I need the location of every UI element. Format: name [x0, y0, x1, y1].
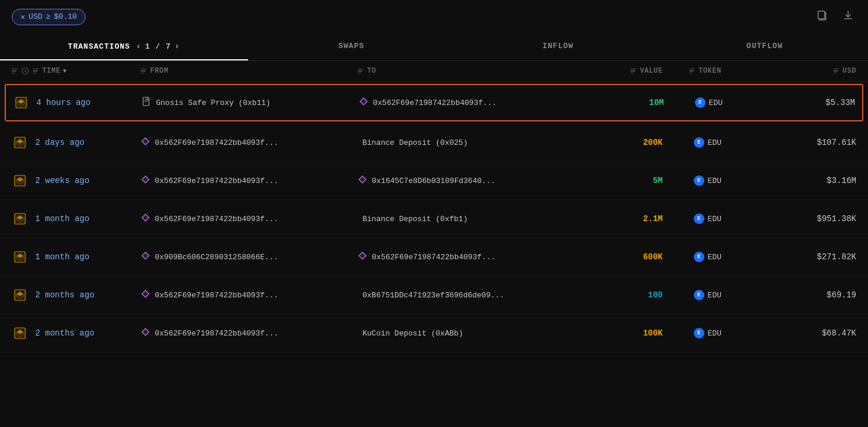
- tab-inflow[interactable]: INFLOW: [455, 33, 661, 60]
- header-usd-label: USD: [843, 67, 856, 75]
- to-address: KuCoin Deposit (0xABb): [362, 329, 463, 338]
- header-time[interactable]: TIME ▼: [12, 67, 141, 75]
- svg-marker-22: [359, 252, 366, 259]
- cell-usd: $3.16M: [721, 176, 856, 185]
- to-icon: [358, 251, 367, 263]
- token-icon: E: [694, 290, 704, 300]
- cell-to: 0x562F69e71987422bb4093f...: [358, 251, 592, 263]
- prev-page-button[interactable]: ‹: [136, 42, 141, 51]
- token-icon: E: [694, 137, 704, 148]
- tx-cube-icon: [12, 249, 28, 265]
- from-icon: [142, 97, 151, 109]
- header-token-label: TOKEN: [699, 67, 721, 75]
- time-value: 2 weeks ago: [35, 176, 89, 185]
- to-icon: [359, 97, 368, 109]
- tab-swaps[interactable]: SWAPS: [248, 33, 455, 60]
- tab-outflow[interactable]: OUTFLOW: [662, 33, 868, 60]
- header-usd[interactable]: USD: [721, 67, 856, 75]
- cell-to: 0xB6751DDc471923ef3696d6de09...: [358, 291, 592, 300]
- to-address: 0x562F69e71987422bb4093f...: [373, 99, 497, 107]
- tx-cube-icon: [12, 172, 28, 189]
- from-address: 0x562F69e71987422bb4093f...: [155, 215, 279, 223]
- header-time-label: TIME: [42, 67, 60, 75]
- tx-cube-icon: [12, 287, 28, 303]
- time-value: 4 hours ago: [36, 98, 90, 107]
- table-row[interactable]: 2 days ago 0x562F69e71987422bb4093f... B…: [0, 124, 868, 162]
- header-from[interactable]: FROM: [141, 67, 358, 75]
- pagination: ‹ 1 / 7 ›: [136, 42, 180, 51]
- remove-filter-icon[interactable]: ✕: [21, 12, 25, 22]
- to-address: Binance Deposit (0xfb1): [362, 215, 467, 223]
- token-icon: E: [694, 175, 704, 186]
- tab-transactions-label: TRANSACTIONS: [68, 42, 130, 51]
- svg-marker-6: [360, 98, 367, 105]
- token-label: EDU: [708, 138, 721, 147]
- cell-token: E EDU: [663, 290, 721, 300]
- to-address: 0x562F69e71987422bb4093f...: [372, 253, 496, 262]
- cell-token: E EDU: [663, 252, 721, 262]
- table-header: TIME ▼ FROM TO VALUE TOKEN USD: [0, 61, 868, 82]
- cell-value: 5M: [592, 176, 663, 185]
- table-row[interactable]: 1 month ago 0x909Bc606C289031258066E... …: [0, 238, 868, 276]
- sort-time-icon[interactable]: ▼: [63, 68, 67, 74]
- tab-transactions[interactable]: TRANSACTIONS ‹ 1 / 7 ›: [0, 33, 248, 60]
- cell-time: 2 months ago: [12, 287, 141, 303]
- token-icon: E: [694, 214, 704, 224]
- header-to-label: TO: [367, 67, 377, 75]
- token-label: EDU: [709, 99, 723, 107]
- token-label: EDU: [708, 253, 721, 262]
- from-icon: [141, 213, 150, 225]
- to-icon: [358, 175, 367, 187]
- cell-from: 0x909Bc606C289031258066E...: [141, 251, 358, 263]
- cell-to: Binance Deposit (0xfb1): [358, 215, 592, 223]
- cell-time: 1 month ago: [12, 249, 141, 265]
- token-icon: E: [695, 97, 706, 108]
- token-label: EDU: [708, 329, 721, 338]
- cell-from: 0x562F69e71987422bb4093f...: [141, 175, 358, 187]
- header-to[interactable]: TO: [358, 67, 592, 75]
- to-address: 0xB6751DDc471923ef3696d6de09...: [362, 291, 504, 300]
- header-value-label: VALUE: [640, 67, 663, 75]
- cell-token: E EDU: [663, 137, 721, 148]
- time-value: 2 days ago: [35, 138, 84, 147]
- token-label: EDU: [708, 215, 721, 223]
- tx-cube-icon: [12, 134, 28, 151]
- from-address: Gnosis Safe Proxy (0xb11): [156, 99, 270, 107]
- cell-token: E EDU: [663, 328, 721, 338]
- table-row[interactable]: 4 hours ago Gnosis Safe Proxy (0xb11) 0x…: [5, 84, 863, 121]
- cell-usd: $951.38K: [721, 214, 856, 223]
- table-body: 4 hours ago Gnosis Safe Proxy (0xb11) 0x…: [0, 84, 868, 353]
- copy-button[interactable]: [814, 7, 830, 26]
- cell-value: 100K: [592, 328, 663, 338]
- cell-value: 200K: [592, 138, 663, 147]
- cell-value: 600K: [592, 252, 663, 262]
- header-token[interactable]: TOKEN: [663, 67, 721, 75]
- svg-rect-1: [818, 11, 825, 19]
- token-label: EDU: [708, 291, 721, 300]
- svg-marker-14: [359, 176, 366, 183]
- filter-pill[interactable]: ✕ USD ≥ $0.10: [12, 9, 86, 25]
- cell-time: 4 hours ago: [13, 94, 142, 111]
- next-page-button[interactable]: ›: [175, 42, 180, 51]
- cell-usd: $69.19: [721, 290, 856, 300]
- table-row[interactable]: 2 weeks ago 0x562F69e71987422bb4093f... …: [0, 162, 868, 200]
- time-value: 2 months ago: [35, 290, 94, 300]
- table-row[interactable]: 1 month ago 0x562F69e71987422bb4093f... …: [0, 200, 868, 238]
- from-icon: [141, 175, 150, 187]
- from-address: 0x562F69e71987422bb4093f...: [155, 329, 279, 338]
- svg-marker-9: [142, 138, 149, 145]
- table-row[interactable]: 2 months ago 0x562F69e71987422bb4093f...…: [0, 276, 868, 314]
- time-value: 2 months ago: [35, 328, 94, 338]
- download-button[interactable]: [840, 7, 856, 26]
- from-address: 0x562F69e71987422bb4093f...: [155, 177, 279, 185]
- tab-inflow-label: INFLOW: [542, 42, 574, 50]
- table-row[interactable]: 2 months ago 0x562F69e71987422bb4093f...…: [0, 314, 868, 353]
- cell-value: 100: [592, 290, 663, 300]
- tx-cube-icon: [12, 325, 28, 341]
- cell-value: 2.1M: [592, 214, 663, 223]
- cell-from: Gnosis Safe Proxy (0xb11): [142, 97, 359, 109]
- header-value[interactable]: VALUE: [592, 67, 663, 75]
- tab-bar: TRANSACTIONS ‹ 1 / 7 › SWAPS INFLOW OUTF…: [0, 33, 868, 61]
- from-address: 0x562F69e71987422bb4093f...: [155, 138, 279, 147]
- cell-usd: $68.47K: [721, 328, 856, 338]
